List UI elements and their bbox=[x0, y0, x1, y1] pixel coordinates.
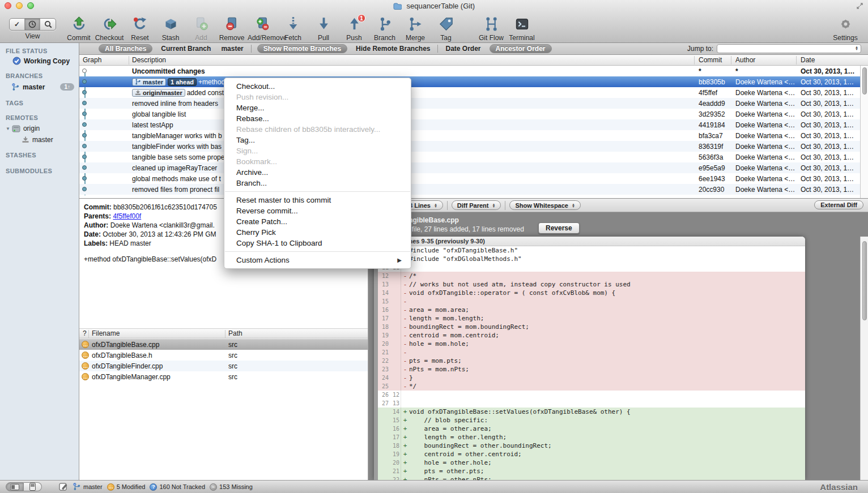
menu-item-create-patch[interactable]: Create Patch... bbox=[224, 216, 411, 227]
menu-item-cherry-pick[interactable]: Cherry Pick bbox=[224, 227, 411, 238]
column-separator[interactable] bbox=[129, 56, 129, 65]
commit-row[interactable]: global tangible list3d29352Doeke Wartena… bbox=[79, 109, 860, 119]
toolbar-button-branch[interactable]: Branch bbox=[370, 15, 399, 42]
toolbar-button-git-flow[interactable]: Git Flow bbox=[476, 15, 506, 42]
toolbar-button-terminal[interactable]: Terminal bbox=[507, 15, 537, 42]
parent-sha-link[interactable]: 4f5ffef00f bbox=[113, 212, 141, 220]
toolbar-button-add-remove[interactable]: Add/Remove bbox=[248, 15, 277, 42]
reverse-hunk-button[interactable]: Reverse bbox=[538, 222, 580, 234]
sidebar-item-remote-origin[interactable]: ▼ origin bbox=[6, 125, 40, 132]
layout-split-vertical-button[interactable] bbox=[6, 482, 24, 491]
view-file-status-button[interactable]: ✓ bbox=[10, 19, 25, 30]
stepper-icon: ▲▼ bbox=[434, 203, 437, 208]
all-branches-button[interactable]: All Branches bbox=[99, 44, 152, 53]
toolbar-button-push[interactable]: 1Push bbox=[339, 15, 369, 42]
diff-parent-dropdown[interactable]: Diff Parent▲▼ bbox=[452, 200, 501, 210]
commit-row[interactable]: global methods make use of t6ee1943Doeke… bbox=[79, 173, 860, 184]
hide-remote-branches-button[interactable]: Hide Remote Branches bbox=[356, 45, 430, 53]
menu-item-reverse-commit[interactable]: Reverse commit... bbox=[224, 205, 411, 216]
toolbar-button-stash[interactable]: Stash bbox=[156, 15, 185, 42]
sidebar-item-working-copy[interactable]: Working Copy bbox=[12, 57, 70, 65]
view-search-button[interactable] bbox=[40, 19, 56, 30]
working-copy-label: Working Copy bbox=[24, 57, 70, 65]
view-log-button[interactable] bbox=[25, 19, 40, 30]
current-branch-name: master bbox=[221, 45, 243, 53]
commit-date: Oct 30, 2013, 1… bbox=[801, 175, 860, 183]
toolbar-button-pull[interactable]: Pull bbox=[309, 15, 338, 42]
menu-item-copy-sha-1-to-clipboard[interactable]: Copy SHA-1 to Clipboard bbox=[224, 238, 411, 248]
column-separator[interactable] bbox=[694, 56, 695, 65]
date-order-button[interactable]: Date Order bbox=[445, 45, 480, 53]
menu-item-push-revision: Push revision... bbox=[224, 92, 411, 102]
scrollbar-thumb[interactable] bbox=[862, 241, 867, 320]
commit-row[interactable]: master1 ahead+methodbb8305bDoeke Wartena… bbox=[79, 76, 860, 87]
show-remote-branches-button[interactable]: Show Remote Branches bbox=[257, 44, 347, 53]
menu-item-archive[interactable]: Archive... bbox=[224, 167, 411, 178]
menu-separator bbox=[225, 251, 410, 252]
toolbar-button-fetch[interactable]: Fetch bbox=[278, 15, 308, 42]
file-row-ofxdtangiblemanager-cpp[interactable]: …ofxDTangibleManager.cppsrc bbox=[79, 371, 368, 382]
edit-commit-icon[interactable] bbox=[59, 482, 68, 492]
external-diff-button[interactable]: External Diff bbox=[814, 200, 863, 209]
commit-row[interactable]: removed files from pronect fil20cc930Doe… bbox=[79, 184, 860, 195]
sidebar-item-remote-master[interactable]: master bbox=[22, 136, 53, 144]
menu-item-checkout[interactable]: Checkout... bbox=[224, 81, 411, 92]
menu-item-rebase[interactable]: Rebase... bbox=[224, 113, 411, 124]
toolbar-button-remove[interactable]: Remove bbox=[217, 15, 246, 42]
settings-label: Settings bbox=[831, 34, 860, 42]
disclosure-triangle-icon[interactable]: ▼ bbox=[6, 126, 10, 131]
ancestor-order-button[interactable]: Ancestor Order bbox=[490, 44, 552, 53]
file-row-ofxdtangiblebase-h[interactable]: …ofxDTangibleBase.hsrc bbox=[79, 350, 368, 361]
commit-row[interactable]: latest testApp4419184Doeke Wartena <…Oct… bbox=[79, 119, 860, 130]
current-branch-button[interactable]: Current Branch bbox=[161, 45, 211, 53]
whitespace-dropdown[interactable]: Show Whitespace▲▼ bbox=[509, 200, 580, 210]
commit-row[interactable]: tangibleManager works with bbfa3ca7Doeke… bbox=[79, 130, 860, 141]
commit-row[interactable]: origin/masteradded const4f5ffefDoeke War… bbox=[79, 87, 860, 98]
column-header-status[interactable]: ? bbox=[83, 329, 87, 337]
commit-row[interactable]: cleaned up imageRayTracere95e5a9Doeke Wa… bbox=[79, 162, 860, 173]
commit-table-header[interactable]: Graph Description Commit Author Date bbox=[79, 55, 868, 66]
commit-row[interactable]: tangibleFinder works with bas836319fDoek… bbox=[79, 141, 860, 152]
toolbar-button-settings[interactable]: Settings bbox=[831, 15, 860, 42]
column-separator[interactable] bbox=[796, 56, 797, 65]
column-header-path[interactable]: Path bbox=[228, 329, 242, 337]
column-separator[interactable] bbox=[88, 330, 89, 338]
jump-to-combobox[interactable]: ▲▼ bbox=[717, 44, 861, 53]
menu-item-custom-actions[interactable]: Custom Actions▶ bbox=[224, 255, 411, 265]
folder-icon bbox=[393, 3, 402, 11]
toolbar-button-commit[interactable]: Commit bbox=[64, 15, 93, 42]
menu-item-merge[interactable]: Merge... bbox=[224, 102, 411, 113]
column-header-author[interactable]: Author bbox=[735, 56, 755, 64]
fullscreen-icon[interactable] bbox=[856, 2, 863, 11]
column-header-filename[interactable]: Filename bbox=[92, 329, 120, 337]
toolbar-button-checkout[interactable]: Checkout bbox=[95, 15, 124, 42]
layout-split-horizontal-button[interactable] bbox=[24, 482, 42, 491]
column-header-description[interactable]: Description bbox=[132, 56, 166, 64]
menu-item-branch[interactable]: Branch... bbox=[224, 178, 411, 188]
column-separator[interactable] bbox=[225, 330, 225, 338]
diff-scrollbar[interactable] bbox=[860, 237, 868, 480]
column-header-commit[interactable]: Commit bbox=[699, 56, 722, 64]
column-header-date[interactable]: Date bbox=[801, 56, 815, 64]
menu-item-reset-master-to-this-commit[interactable]: Reset master to this commit bbox=[224, 195, 411, 205]
toolbar-button-reset[interactable]: Reset bbox=[125, 15, 155, 42]
commit-list-scrollbar[interactable] bbox=[860, 66, 868, 198]
commit-row[interactable]: Uncommitted changes**Oct 30, 2013, 1… bbox=[79, 66, 860, 76]
commit-row[interactable]: removed inline from headers4eaddd9Doeke … bbox=[79, 98, 860, 109]
server-icon bbox=[12, 125, 20, 132]
sidebar-item-branch-master[interactable]: master 1↑ bbox=[11, 83, 79, 91]
file-row-ofxdtangiblebase-cpp[interactable]: …ofxDTangibleBase.cppsrc bbox=[79, 339, 368, 350]
commit-author: Doeke Wartena <… bbox=[735, 143, 799, 151]
labels-label: Labels: bbox=[84, 239, 108, 247]
column-header-graph[interactable]: Graph bbox=[83, 56, 101, 64]
file-row-ofxdtangiblefinder-cpp[interactable]: …ofxDTangibleFinder.cppsrc bbox=[79, 361, 368, 371]
toolbar-button-label: Pull bbox=[309, 34, 338, 42]
column-separator[interactable] bbox=[731, 56, 731, 65]
toolbar-button-tag[interactable]: Tag bbox=[431, 15, 461, 42]
toolbar-button-merge[interactable]: Merge bbox=[401, 15, 430, 42]
menu-item-tag[interactable]: Tag... bbox=[224, 135, 411, 145]
file-table-header[interactable]: ? Filename Path bbox=[79, 328, 368, 338]
commit-row[interactable]: tangible base sets some prope5636f3aDoek… bbox=[79, 152, 860, 162]
titlebar[interactable]: sequancerTable (Git) bbox=[0, 0, 868, 11]
scrollbar-thumb[interactable] bbox=[862, 67, 867, 95]
